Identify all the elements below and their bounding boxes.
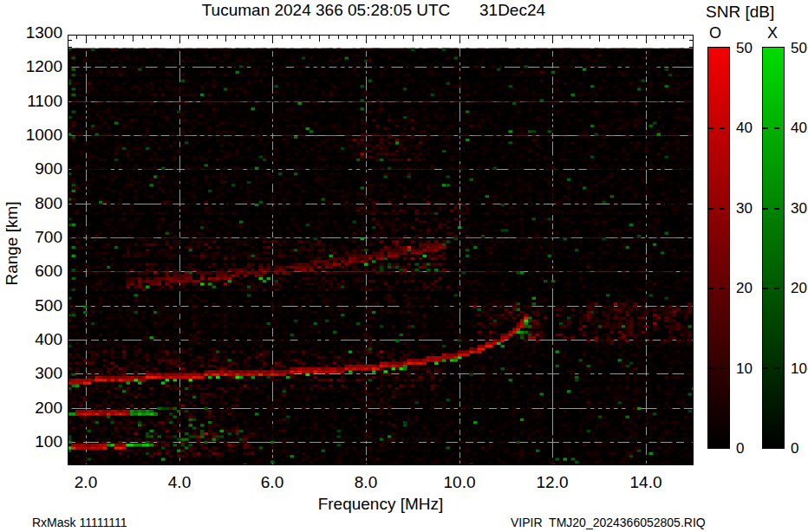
y-tick-label: 1000 [7, 126, 62, 145]
colorbar-tick-mark [708, 367, 729, 369]
colorbar-x-tick-label: 40 [791, 120, 808, 137]
colorbar-tick-mark [708, 208, 729, 210]
x-tick-label: 2.0 [60, 473, 112, 492]
colorbar-x-label: X [767, 24, 778, 42]
colorbar-o-tick-label: 50 [736, 40, 766, 57]
page-title: Tucuman 2024 366 05:28:05 UTC [202, 1, 451, 20]
y-tick-label: 200 [7, 399, 62, 418]
colorbar-x-tick-label: 30 [791, 200, 808, 217]
y-tick-label: 900 [7, 159, 62, 178]
y-tick-label: 300 [7, 364, 62, 383]
colorbar-o-tick-label: 40 [736, 120, 766, 137]
x-tick-label: 4.0 [153, 473, 205, 492]
colorbar-o-tick-label: 20 [736, 280, 766, 297]
x-tick-label: 10.0 [433, 473, 485, 492]
x-tick-label: 12.0 [526, 473, 578, 492]
ionogram-screen: Tucuman 2024 366 05:28:05 UTC 31Dec24 SN… [0, 0, 808, 532]
colorbar-tick-mark [763, 208, 784, 210]
x-axis-title: Frequency [MHz] [318, 495, 444, 514]
y-tick-label: 400 [7, 330, 62, 349]
y-tick-label: 1100 [7, 92, 62, 111]
y-tick-label: 100 [7, 432, 62, 451]
colorbar-tick-mark [763, 288, 784, 289]
colorbar-o-tick-label: 10 [736, 360, 766, 378]
y-tick-label: 500 [7, 296, 62, 315]
page-date: 31Dec24 [479, 1, 545, 20]
x-tick-label: 6.0 [246, 473, 298, 492]
colorbar-tick-mark [708, 288, 729, 289]
colorbar-x-tick-label: 10 [791, 360, 808, 378]
footer-filename: VIPIR TMJ20_2024366052805.RIQ [511, 516, 706, 529]
colorbar-x-tick-label: 0 [791, 440, 808, 457]
colorbar-o-tick-label: 30 [736, 200, 766, 217]
colorbar-x-tick-label: 20 [791, 280, 808, 297]
colorbar-o-tick-label: 0 [736, 440, 766, 457]
x-tick-label: 8.0 [340, 473, 392, 492]
x-tick-label: 14.0 [620, 473, 672, 492]
colorbar-title: SNR [dB] [706, 3, 774, 22]
colorbar-tick-mark [763, 367, 784, 369]
colorbar-tick-mark [708, 127, 729, 129]
y-axis-title: Range [km] [3, 201, 22, 285]
y-tick-label: 1200 [7, 57, 62, 76]
colorbar-x-tick-label: 50 [791, 40, 808, 57]
ionogram-plot-canvas [68, 35, 694, 465]
colorbar-x [762, 47, 785, 449]
footer-rxmask: RxMask 11111111 [32, 516, 127, 529]
colorbar-o-label: O [709, 24, 721, 42]
colorbar-tick-mark [763, 127, 784, 129]
colorbar-o [707, 47, 730, 449]
y-tick-label: 1300 [7, 23, 62, 42]
